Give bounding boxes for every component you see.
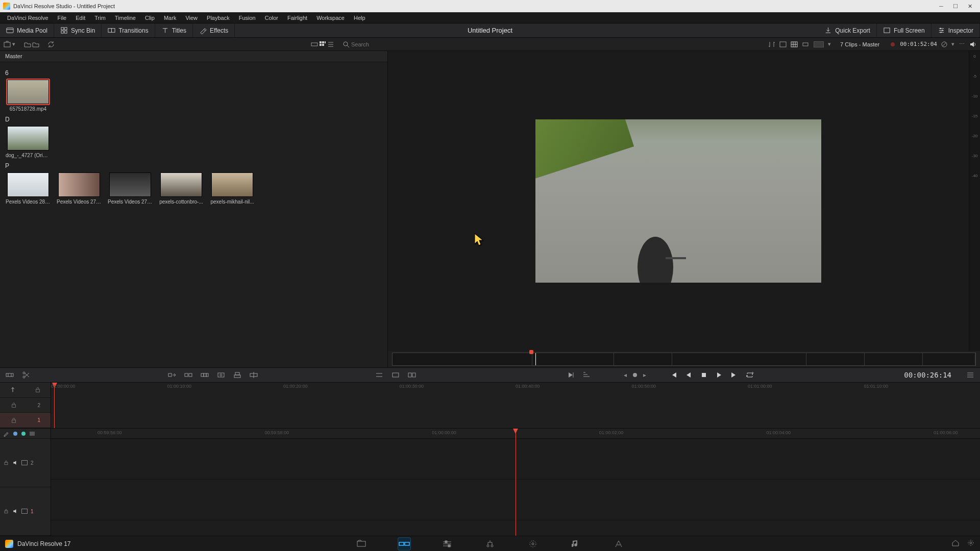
timeline-options-button[interactable]: [966, 370, 975, 380]
window-close-button[interactable]: ✕: [963, 1, 977, 11]
viewer-scrubber[interactable]: [388, 351, 980, 367]
refresh-button[interactable]: [47, 40, 55, 48]
syncbin-toggle[interactable]: Sync Bin: [54, 23, 102, 37]
boring-detector-button[interactable]: [5, 370, 14, 380]
full-screen-button[interactable]: Full Screen: [877, 23, 932, 37]
page-fairlight[interactable]: [570, 538, 582, 550]
play-button[interactable]: [715, 370, 724, 380]
view-thumb-button[interactable]: [318, 40, 327, 48]
bypass-button[interactable]: [940, 40, 948, 48]
lock-icon[interactable]: [3, 460, 9, 466]
page-cut[interactable]: [398, 538, 410, 550]
speaker-icon[interactable]: [12, 508, 18, 514]
track-enable-icon[interactable]: [21, 460, 28, 465]
media-clip[interactable]: Pexels Videos 278...: [56, 172, 102, 205]
menu-color[interactable]: Color: [261, 14, 282, 22]
ripple-overwrite-button[interactable]: [200, 370, 209, 380]
page-fusion[interactable]: [484, 538, 496, 550]
menu-fairlight[interactable]: Fairlight: [283, 14, 311, 22]
search-input[interactable]: [350, 41, 401, 48]
window-maximize-button[interactable]: ☐: [948, 1, 963, 11]
close-up-button[interactable]: [216, 370, 226, 380]
aspect-button[interactable]: [801, 40, 810, 48]
settings-button[interactable]: [967, 539, 975, 548]
jog-left-icon[interactable]: ◂: [624, 371, 627, 379]
page-media[interactable]: [355, 538, 368, 550]
scrub-track[interactable]: [392, 353, 976, 366]
transitions-toggle[interactable]: Transitions: [102, 23, 155, 37]
import-media-button[interactable]: [3, 40, 11, 48]
menu-davinci[interactable]: DaVinci Resolve: [3, 14, 53, 22]
view-list-button[interactable]: [327, 40, 335, 48]
transition-button[interactable]: [391, 370, 400, 380]
menu-edit[interactable]: Edit: [71, 14, 89, 22]
bin-label[interactable]: D: [5, 116, 382, 123]
audio-mute-button[interactable]: [969, 40, 977, 48]
place-on-top-button[interactable]: [233, 370, 242, 380]
home-button[interactable]: [951, 539, 960, 548]
folder-button[interactable]: [32, 40, 40, 48]
menu-timeline[interactable]: Timeline: [111, 14, 140, 22]
media-clip[interactable]: pexels-cottonbro-...: [158, 172, 204, 205]
view-filmstrip-button[interactable]: [310, 40, 318, 48]
transition-duration-button[interactable]: [407, 370, 416, 380]
titles-toggle[interactable]: Titles: [155, 23, 193, 37]
menu-help[interactable]: Help: [350, 14, 370, 22]
options-button[interactable]: ⋯: [958, 40, 966, 48]
sync-lock-icon[interactable]: [10, 417, 17, 424]
source-overwrite-button[interactable]: [249, 370, 258, 380]
timeline-mode-button[interactable]: [0, 383, 51, 398]
color-chip-button[interactable]: [813, 40, 825, 48]
safe-area-button[interactable]: [779, 40, 787, 48]
vary-speed-button[interactable]: [582, 370, 591, 380]
menu-workspace[interactable]: Workspace: [312, 14, 349, 22]
source-viewer[interactable]: [388, 51, 969, 351]
track-color-header[interactable]: [0, 429, 51, 439]
lock-icon[interactable]: [3, 508, 9, 514]
media-clip[interactable]: 657518728.mp4: [5, 80, 51, 112]
bin-path[interactable]: Master: [0, 51, 387, 62]
first-frame-button[interactable]: [669, 370, 678, 380]
mediapool-toggle[interactable]: Media Pool: [0, 23, 54, 37]
page-deliver[interactable]: [612, 538, 625, 550]
menu-view[interactable]: View: [181, 14, 202, 22]
audio-track-1[interactable]: 1: [0, 487, 51, 536]
audio-track-2[interactable]: 2: [0, 439, 51, 487]
upper-ruler[interactable]: 01:00:00:0001:00:10:0001:00:20:0001:00:3…: [51, 383, 980, 428]
media-clip[interactable]: Pexels Videos 288...: [5, 172, 51, 205]
menu-mark[interactable]: Mark: [160, 14, 180, 22]
menu-playback[interactable]: Playback: [203, 14, 234, 22]
play-reverse-button[interactable]: [684, 370, 693, 380]
quick-export-button[interactable]: Quick Export: [818, 23, 877, 37]
media-clip[interactable]: pexels-mikhail-nil...: [209, 172, 255, 205]
jog-dot-icon[interactable]: [633, 373, 637, 377]
menu-fusion[interactable]: Fusion: [235, 14, 260, 22]
menu-trim[interactable]: Trim: [90, 14, 110, 22]
bin-label[interactable]: 6: [5, 69, 382, 77]
loop-button[interactable]: [745, 370, 754, 380]
last-frame-button[interactable]: [730, 370, 739, 380]
inspector-toggle[interactable]: Inspector: [932, 23, 980, 37]
window-minimize-button[interactable]: ─: [934, 1, 948, 11]
append-button[interactable]: [184, 370, 193, 380]
play-timecode[interactable]: 00:00:26:14: [904, 371, 951, 379]
bin-label[interactable]: P: [5, 162, 382, 169]
sync-lock-icon[interactable]: [10, 402, 17, 409]
track-enable-icon[interactable]: [21, 509, 28, 514]
page-edit[interactable]: [441, 538, 453, 550]
menu-clip[interactable]: Clip: [141, 14, 159, 22]
media-clip[interactable]: Pexels Videos 279...: [107, 172, 153, 205]
folder-add-button[interactable]: [23, 40, 32, 48]
media-clip[interactable]: dog_-_4727 (Origi...: [5, 126, 51, 158]
grid-overlay-button[interactable]: [790, 40, 798, 48]
lower-tracks[interactable]: 00:59:56:0000:59:58:0001:00:00:0001:00:0…: [51, 429, 980, 536]
smart-insert-button[interactable]: [167, 370, 177, 380]
sort-button[interactable]: [768, 40, 776, 48]
split-button[interactable]: [21, 370, 31, 380]
speaker-icon[interactable]: [12, 460, 18, 466]
page-color[interactable]: [527, 538, 539, 550]
menu-file[interactable]: File: [54, 14, 71, 22]
jog-right-icon[interactable]: ▸: [643, 371, 646, 379]
tools-dropdown[interactable]: [375, 370, 384, 380]
sync-play-button[interactable]: [567, 370, 576, 380]
